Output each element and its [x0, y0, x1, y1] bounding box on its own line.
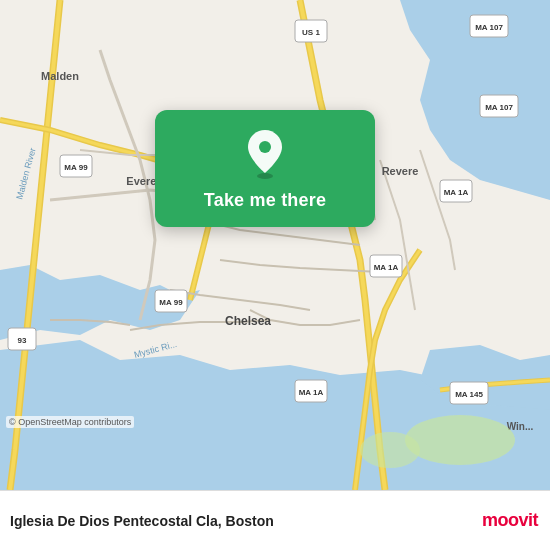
svg-text:Chelsea: Chelsea [225, 314, 271, 328]
pin-icon-container [239, 128, 291, 180]
moovit-logo: moovit [482, 510, 538, 531]
svg-point-32 [405, 415, 515, 465]
pin-icon [242, 128, 288, 180]
take-me-there-button[interactable]: Take me there [204, 190, 326, 211]
svg-text:MA 1A: MA 1A [444, 188, 469, 197]
svg-text:MA 1A: MA 1A [299, 388, 324, 397]
svg-text:MA 107: MA 107 [485, 103, 513, 112]
moovit-logo-text: moovit [482, 510, 538, 531]
svg-point-35 [259, 141, 271, 153]
svg-text:Malden: Malden [41, 70, 79, 82]
location-name: Iglesia De Dios Pentecostal Cla, Boston [10, 513, 482, 529]
svg-point-34 [257, 173, 273, 179]
svg-text:Revere: Revere [382, 165, 419, 177]
svg-text:US 1: US 1 [302, 28, 320, 37]
svg-text:93: 93 [18, 336, 27, 345]
svg-text:MA 145: MA 145 [455, 390, 483, 399]
copyright-text: © OpenStreetMap contributors [6, 416, 134, 428]
svg-point-33 [360, 432, 420, 468]
svg-text:MA 99: MA 99 [64, 163, 88, 172]
svg-text:MA 99: MA 99 [159, 298, 183, 307]
svg-text:MA 1A: MA 1A [374, 263, 399, 272]
svg-text:MA 107: MA 107 [475, 23, 503, 32]
location-card: Take me there [155, 110, 375, 227]
bottom-bar: Iglesia De Dios Pentecostal Cla, Boston … [0, 490, 550, 550]
map-container: MA 99 MA 99 US 1 MA 107 MA 107 MA 1A MA … [0, 0, 550, 490]
